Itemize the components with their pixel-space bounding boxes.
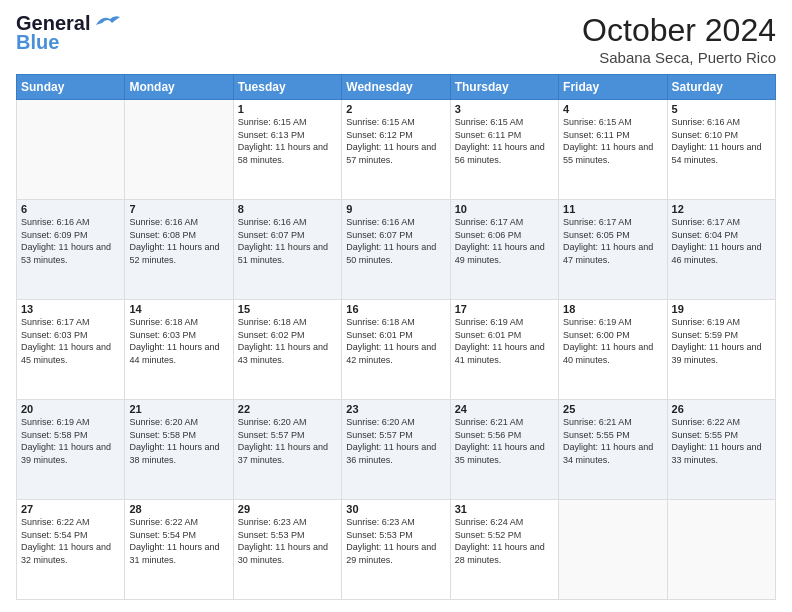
day-info: Sunrise: 6:22 AM Sunset: 5:55 PM Dayligh… [672,416,771,466]
day-info: Sunrise: 6:16 AM Sunset: 6:10 PM Dayligh… [672,116,771,166]
day-info: Sunrise: 6:16 AM Sunset: 6:07 PM Dayligh… [346,216,445,266]
header-wednesday: Wednesday [342,75,450,100]
calendar-title: October 2024 [582,12,776,49]
day-info: Sunrise: 6:15 AM Sunset: 6:11 PM Dayligh… [563,116,662,166]
day-number: 21 [129,403,228,415]
calendar-cell: 13Sunrise: 6:17 AM Sunset: 6:03 PM Dayli… [17,300,125,400]
day-info: Sunrise: 6:15 AM Sunset: 6:12 PM Dayligh… [346,116,445,166]
day-number: 11 [563,203,662,215]
day-info: Sunrise: 6:23 AM Sunset: 5:53 PM Dayligh… [238,516,337,566]
day-info: Sunrise: 6:18 AM Sunset: 6:01 PM Dayligh… [346,316,445,366]
calendar-cell [125,100,233,200]
day-number: 2 [346,103,445,115]
calendar-cell: 23Sunrise: 6:20 AM Sunset: 5:57 PM Dayli… [342,400,450,500]
day-number: 19 [672,303,771,315]
day-number: 10 [455,203,554,215]
day-info: Sunrise: 6:19 AM Sunset: 5:58 PM Dayligh… [21,416,120,466]
day-number: 24 [455,403,554,415]
day-info: Sunrise: 6:21 AM Sunset: 5:55 PM Dayligh… [563,416,662,466]
calendar-row: 13Sunrise: 6:17 AM Sunset: 6:03 PM Dayli… [17,300,776,400]
calendar-cell: 6Sunrise: 6:16 AM Sunset: 6:09 PM Daylig… [17,200,125,300]
calendar-cell: 11Sunrise: 6:17 AM Sunset: 6:05 PM Dayli… [559,200,667,300]
day-info: Sunrise: 6:16 AM Sunset: 6:08 PM Dayligh… [129,216,228,266]
day-info: Sunrise: 6:19 AM Sunset: 6:01 PM Dayligh… [455,316,554,366]
header-saturday: Saturday [667,75,775,100]
calendar-cell: 22Sunrise: 6:20 AM Sunset: 5:57 PM Dayli… [233,400,341,500]
day-info: Sunrise: 6:20 AM Sunset: 5:57 PM Dayligh… [238,416,337,466]
day-number: 17 [455,303,554,315]
calendar-cell: 29Sunrise: 6:23 AM Sunset: 5:53 PM Dayli… [233,500,341,600]
day-info: Sunrise: 6:22 AM Sunset: 5:54 PM Dayligh… [21,516,120,566]
day-number: 16 [346,303,445,315]
calendar-cell: 4Sunrise: 6:15 AM Sunset: 6:11 PM Daylig… [559,100,667,200]
calendar-cell: 5Sunrise: 6:16 AM Sunset: 6:10 PM Daylig… [667,100,775,200]
day-info: Sunrise: 6:17 AM Sunset: 6:03 PM Dayligh… [21,316,120,366]
calendar-row: 20Sunrise: 6:19 AM Sunset: 5:58 PM Dayli… [17,400,776,500]
day-number: 7 [129,203,228,215]
calendar-subtitle: Sabana Seca, Puerto Rico [582,49,776,66]
calendar-cell: 27Sunrise: 6:22 AM Sunset: 5:54 PM Dayli… [17,500,125,600]
day-info: Sunrise: 6:15 AM Sunset: 6:11 PM Dayligh… [455,116,554,166]
calendar-cell: 26Sunrise: 6:22 AM Sunset: 5:55 PM Dayli… [667,400,775,500]
calendar-cell: 7Sunrise: 6:16 AM Sunset: 6:08 PM Daylig… [125,200,233,300]
day-number: 9 [346,203,445,215]
day-number: 1 [238,103,337,115]
header: General Blue October 2024 Sabana Seca, P… [16,12,776,66]
calendar-cell: 20Sunrise: 6:19 AM Sunset: 5:58 PM Dayli… [17,400,125,500]
day-number: 22 [238,403,337,415]
calendar-cell: 8Sunrise: 6:16 AM Sunset: 6:07 PM Daylig… [233,200,341,300]
day-info: Sunrise: 6:21 AM Sunset: 5:56 PM Dayligh… [455,416,554,466]
day-info: Sunrise: 6:18 AM Sunset: 6:03 PM Dayligh… [129,316,228,366]
day-info: Sunrise: 6:16 AM Sunset: 6:09 PM Dayligh… [21,216,120,266]
calendar-table: Sunday Monday Tuesday Wednesday Thursday… [16,74,776,600]
calendar-row: 6Sunrise: 6:16 AM Sunset: 6:09 PM Daylig… [17,200,776,300]
day-info: Sunrise: 6:19 AM Sunset: 6:00 PM Dayligh… [563,316,662,366]
day-info: Sunrise: 6:18 AM Sunset: 6:02 PM Dayligh… [238,316,337,366]
header-sunday: Sunday [17,75,125,100]
calendar-cell: 12Sunrise: 6:17 AM Sunset: 6:04 PM Dayli… [667,200,775,300]
day-number: 31 [455,503,554,515]
calendar-cell: 30Sunrise: 6:23 AM Sunset: 5:53 PM Dayli… [342,500,450,600]
calendar-cell: 1Sunrise: 6:15 AM Sunset: 6:13 PM Daylig… [233,100,341,200]
calendar-cell: 15Sunrise: 6:18 AM Sunset: 6:02 PM Dayli… [233,300,341,400]
day-number: 13 [21,303,120,315]
day-number: 30 [346,503,445,515]
calendar-cell [559,500,667,600]
calendar-row: 1Sunrise: 6:15 AM Sunset: 6:13 PM Daylig… [17,100,776,200]
day-number: 29 [238,503,337,515]
day-number: 14 [129,303,228,315]
logo-blue: Blue [16,31,120,54]
day-number: 4 [563,103,662,115]
day-info: Sunrise: 6:19 AM Sunset: 5:59 PM Dayligh… [672,316,771,366]
day-info: Sunrise: 6:20 AM Sunset: 5:57 PM Dayligh… [346,416,445,466]
logo: General Blue [16,12,120,54]
calendar-cell: 24Sunrise: 6:21 AM Sunset: 5:56 PM Dayli… [450,400,558,500]
page: General Blue October 2024 Sabana Seca, P… [0,0,792,612]
day-info: Sunrise: 6:16 AM Sunset: 6:07 PM Dayligh… [238,216,337,266]
day-info: Sunrise: 6:22 AM Sunset: 5:54 PM Dayligh… [129,516,228,566]
header-friday: Friday [559,75,667,100]
day-number: 8 [238,203,337,215]
day-info: Sunrise: 6:24 AM Sunset: 5:52 PM Dayligh… [455,516,554,566]
calendar-cell: 10Sunrise: 6:17 AM Sunset: 6:06 PM Dayli… [450,200,558,300]
day-info: Sunrise: 6:17 AM Sunset: 6:06 PM Dayligh… [455,216,554,266]
day-number: 6 [21,203,120,215]
day-number: 12 [672,203,771,215]
calendar-cell: 3Sunrise: 6:15 AM Sunset: 6:11 PM Daylig… [450,100,558,200]
calendar-cell: 17Sunrise: 6:19 AM Sunset: 6:01 PM Dayli… [450,300,558,400]
calendar-cell [17,100,125,200]
header-tuesday: Tuesday [233,75,341,100]
calendar-cell: 28Sunrise: 6:22 AM Sunset: 5:54 PM Dayli… [125,500,233,600]
calendar-cell: 18Sunrise: 6:19 AM Sunset: 6:00 PM Dayli… [559,300,667,400]
logo-bird-icon [92,13,120,31]
calendar-cell: 14Sunrise: 6:18 AM Sunset: 6:03 PM Dayli… [125,300,233,400]
day-number: 3 [455,103,554,115]
day-number: 23 [346,403,445,415]
day-number: 18 [563,303,662,315]
calendar-cell [667,500,775,600]
day-number: 20 [21,403,120,415]
day-info: Sunrise: 6:17 AM Sunset: 6:04 PM Dayligh… [672,216,771,266]
day-info: Sunrise: 6:20 AM Sunset: 5:58 PM Dayligh… [129,416,228,466]
calendar-cell: 21Sunrise: 6:20 AM Sunset: 5:58 PM Dayli… [125,400,233,500]
day-number: 15 [238,303,337,315]
